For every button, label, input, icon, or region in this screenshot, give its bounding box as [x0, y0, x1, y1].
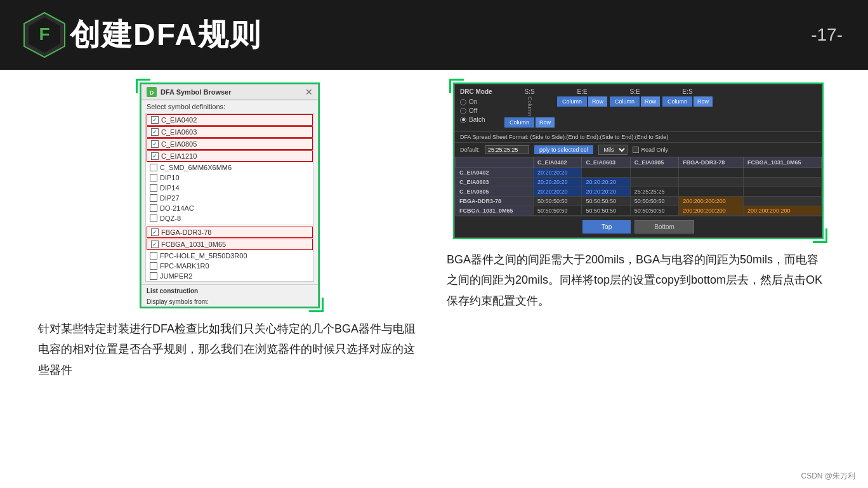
cell[interactable]	[679, 168, 744, 178]
row-label-c0402: C_EIA0402	[456, 168, 534, 178]
ss-row-btn[interactable]: Row	[536, 117, 555, 128]
list-item[interactable]: DIP14	[146, 183, 313, 193]
se-column-btn[interactable]: Column	[610, 96, 640, 107]
browser-section-label: Select symbol definitions:	[141, 100, 318, 113]
ee-header: E:E	[577, 88, 587, 95]
list-item[interactable]: C_SMD_6MM6X6MM6	[146, 162, 313, 173]
ee-group: E:E Column Row	[557, 88, 607, 128]
cell[interactable]: 20:20:20:20	[582, 187, 630, 197]
ss-column-btn[interactable]: Column	[504, 117, 534, 128]
cell[interactable]	[743, 168, 821, 178]
checkbox-icon[interactable]	[150, 194, 157, 202]
list-item[interactable]: ✓ C_EIA0805	[147, 138, 313, 150]
list-item[interactable]: ✓ FCBGA_1031_0M65	[147, 239, 313, 250]
list-item[interactable]: JUMPER2	[146, 271, 313, 281]
item-label: DIP14	[160, 184, 180, 192]
se-row-btn[interactable]: Row	[641, 96, 660, 107]
checkbox-icon[interactable]: ✓	[151, 116, 159, 124]
ee-column-btn[interactable]: Column	[557, 96, 587, 107]
bottom-button[interactable]: Bottom	[635, 220, 694, 234]
list-item[interactable]: ✓ C_EIA1210	[147, 150, 313, 162]
ee-row-btn[interactable]: Row	[588, 96, 607, 107]
cell[interactable]: 50:50:50:50	[534, 206, 582, 216]
drc-mode-columns: S:S Column Column Row E:E Column	[504, 88, 817, 128]
checkbox-icon[interactable]: ✓	[151, 140, 159, 148]
checkbox-icon[interactable]	[150, 262, 157, 270]
checkbox-icon[interactable]	[150, 214, 157, 222]
drc-panel: DRC Mode On Off Batch	[454, 84, 822, 238]
cell[interactable]: 200:200:200:200	[679, 206, 744, 216]
page-title: 创建DFA规则	[70, 15, 261, 55]
close-icon[interactable]: ✕	[305, 87, 313, 97]
cell[interactable]: 50:50:50:50	[534, 197, 582, 206]
cell[interactable]: 50:50:50:50	[582, 206, 630, 216]
cell[interactable]	[679, 178, 744, 187]
es-group: E:S Column Row	[662, 88, 713, 128]
item-label: C_SMD_6MM6X6MM6	[160, 164, 232, 171]
dfa-browser-titlebar: D DFA Symbol Browser ✕	[141, 84, 318, 100]
radio-off[interactable]: Off	[460, 107, 498, 114]
item-label: DO-214AC	[160, 204, 194, 212]
cell[interactable]: 50:50:50:50	[582, 197, 630, 206]
cell[interactable]: 200:200:200:200	[679, 197, 744, 206]
checkbox-icon[interactable]	[150, 184, 157, 192]
main-content: D DFA Symbol Browser ✕ Select symbol def…	[0, 70, 868, 393]
apply-btn[interactable]: pply to selected cel	[534, 145, 593, 154]
cell[interactable]	[743, 178, 821, 187]
row-label-fcbga: FCBGA_1031_0M65	[456, 206, 534, 216]
list-item[interactable]: DIP27	[146, 193, 313, 203]
page-number: -17-	[811, 25, 843, 45]
checkbox-icon[interactable]	[150, 164, 157, 171]
cell[interactable]: 25:25:25:25	[630, 187, 678, 197]
list-item[interactable]: FPC-HOLE_M_5R50D3R00	[146, 251, 313, 261]
cell[interactable]: 50:50:50:50	[630, 197, 678, 206]
list-item[interactable]: ✓ C_EIA0603	[147, 126, 313, 138]
ss-header: S:S	[524, 88, 534, 95]
cell[interactable]	[743, 197, 821, 206]
checkbox-icon[interactable]: ✓	[151, 228, 159, 236]
es-row-btn[interactable]: Row	[694, 96, 713, 107]
cell[interactable]: 20:20:20:20	[534, 187, 582, 197]
radio-off-circle[interactable]	[460, 108, 466, 114]
cell[interactable]: 20:20:20:20	[534, 168, 582, 178]
right-description: BGA器件之间的间距需大于200mils，BGA与电容的间距为50mils，而电…	[447, 249, 830, 311]
cell[interactable]: 20:20:20:20	[534, 178, 582, 187]
list-item[interactable]: DO-214AC	[146, 203, 313, 213]
list-item[interactable]: FPC-MARK1R0	[146, 261, 313, 271]
cell[interactable]: 50:50:50:50	[630, 206, 678, 216]
list-item[interactable]: ✓ C_EIA0402	[147, 114, 313, 126]
readonly-checkbox[interactable]: Read Only	[633, 147, 669, 153]
item-label: FBGA-DDR3-78	[161, 228, 211, 236]
list-item[interactable]: DIP10	[146, 173, 313, 183]
default-label: Default:	[460, 147, 480, 153]
es-column-btn[interactable]: Column	[662, 96, 692, 107]
cell[interactable]	[679, 187, 744, 197]
list-construction-label: List construction	[147, 287, 313, 294]
radio-on[interactable]: On	[460, 98, 498, 105]
cell[interactable]	[630, 178, 678, 187]
cell[interactable]: 20:20:20:20	[582, 178, 630, 187]
checkbox-icon[interactable]: ✓	[151, 128, 159, 136]
default-value-input[interactable]	[485, 145, 529, 154]
cell[interactable]	[743, 187, 821, 197]
checkbox-icon[interactable]	[150, 174, 157, 181]
list-item[interactable]: ✓ FBGA-DDR3-78	[147, 227, 313, 238]
th-empty	[456, 157, 534, 168]
checkbox-icon[interactable]: ✓	[151, 241, 159, 248]
checkbox-icon[interactable]	[150, 252, 157, 260]
checkbox-icon[interactable]	[150, 204, 157, 212]
radio-on-circle[interactable]	[460, 99, 466, 105]
checkbox-icon[interactable]: ✓	[151, 152, 159, 160]
top-button[interactable]: Top	[582, 220, 631, 234]
list-item[interactable]: DQZ-8	[146, 213, 313, 223]
units-select[interactable]: Mils	[598, 145, 628, 155]
radio-batch-circle[interactable]	[460, 117, 466, 123]
cell[interactable]	[582, 168, 630, 178]
cell[interactable]	[630, 168, 678, 178]
svg-text:D: D	[150, 89, 154, 96]
cell[interactable]: 200:200:200:200	[743, 206, 821, 216]
item-label: FCBGA_1031_0M65	[161, 241, 226, 248]
checkbox-icon[interactable]	[150, 272, 157, 280]
radio-batch[interactable]: Batch	[460, 116, 498, 123]
item-label: C_EIA0402	[161, 116, 197, 124]
